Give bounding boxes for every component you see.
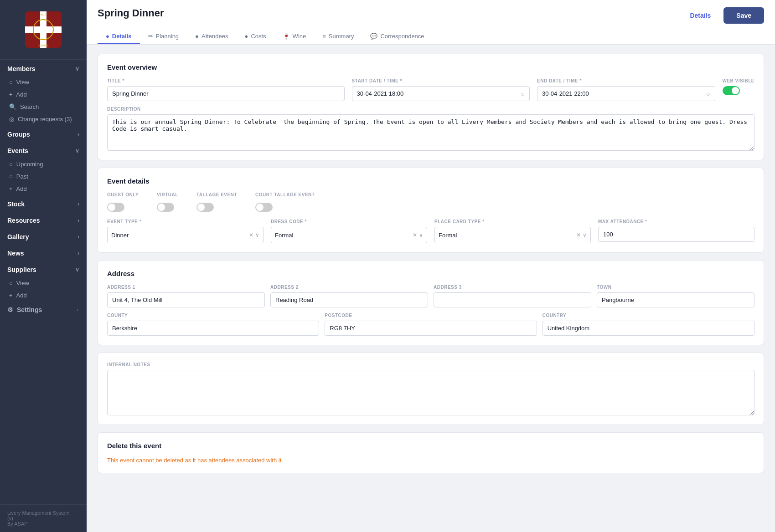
suppliers-view-icon: ○ [9, 280, 13, 286]
court-tallage-label: COURT TALLAGE EVENT [255, 192, 315, 197]
sidebar-section-resources[interactable]: Resources › [0, 211, 87, 228]
attendees-tab-icon: ● [195, 33, 199, 40]
place-card-chevron-icon[interactable]: ∨ [583, 232, 587, 238]
tab-planning[interactable]: ✏ Planning [140, 29, 187, 44]
chevron-right-icon-resources: › [78, 217, 79, 224]
chevron-right-icon: › [78, 131, 79, 138]
address2-input[interactable] [270, 292, 428, 307]
virtual-toggle[interactable] [157, 203, 174, 212]
event-type-clear-icon[interactable]: ✕ [249, 232, 253, 238]
details-tab-icon: ● [106, 33, 109, 40]
guest-only-label: GUEST ONLY [107, 192, 139, 197]
address-row-2: COUNTY POSTCODE COUNTRY [107, 313, 754, 336]
view-icon: ○ [9, 79, 13, 86]
chevron-down-icon-suppliers: ∨ [75, 266, 79, 273]
town-input[interactable] [597, 292, 754, 307]
add-event-icon: + [9, 185, 13, 192]
court-tallage-toggle[interactable] [255, 203, 273, 212]
tab-details[interactable]: ● Details [98, 29, 140, 44]
county-field: COUNTY [107, 313, 319, 336]
sidebar-item-members-add[interactable]: + Add [0, 88, 87, 101]
sidebar-section-news[interactable]: News › [0, 244, 87, 261]
sidebar-item-members-change-requests[interactable]: ◎ Change requests (3) [0, 113, 87, 125]
summary-tab-icon: ≡ [322, 33, 326, 40]
sidebar-item-suppliers-view[interactable]: ○ View [0, 277, 87, 289]
planning-tab-icon: ✏ [148, 33, 153, 40]
address-card: Address ADDRESS 1 ADDRESS 2 ADDRESS 3 TO… [98, 260, 764, 345]
save-button[interactable]: Save [723, 7, 764, 24]
sidebar-section-suppliers[interactable]: Suppliers ∨ [0, 261, 87, 277]
dress-code-chevron-icon[interactable]: ∨ [419, 232, 423, 238]
address1-input[interactable] [107, 292, 265, 307]
sidebar-section-events[interactable]: Events ∨ [0, 142, 87, 158]
place-card-type-label: PLACE CARD TYPE * [434, 219, 591, 224]
svg-text:DOMINE: DOMINE [38, 44, 49, 47]
start-date-input[interactable] [352, 87, 517, 101]
place-card-clear-icon[interactable]: ✕ [576, 232, 581, 238]
max-attendance-input[interactable] [598, 227, 754, 242]
sidebar-section-gallery[interactable]: Gallery › [0, 228, 87, 244]
tab-wine[interactable]: 🍷 Wine [274, 29, 315, 44]
max-attendance-label: MAX ATTENDANCE * [598, 219, 754, 224]
event-type-select[interactable]: Dinner ✕ ∨ [107, 227, 264, 243]
event-type-chevron-icon[interactable]: ∨ [255, 232, 259, 238]
sidebar-item-events-past[interactable]: ○ Past [0, 170, 87, 183]
tab-costs[interactable]: ● Costs [237, 29, 274, 44]
past-icon: ○ [9, 173, 13, 180]
tab-summary[interactable]: ≡ Summary [314, 29, 362, 44]
event-overview-title: Event overview [107, 63, 754, 71]
sidebar-item-events-add[interactable]: + Add [0, 183, 87, 195]
place-card-type-select[interactable]: Formal ✕ ∨ [434, 227, 591, 243]
address3-label: ADDRESS 3 [434, 285, 591, 290]
end-date-input[interactable] [537, 87, 702, 101]
dress-code-select[interactable]: Formal ✕ ∨ [271, 227, 427, 243]
address3-input[interactable] [434, 292, 591, 307]
chevron-down-icon-events: ∨ [75, 148, 79, 154]
web-visible-toggle[interactable] [723, 86, 740, 95]
postcode-field: POSTCODE [325, 313, 537, 336]
calendar-end-icon: ○ [702, 90, 714, 97]
sidebar-settings[interactable]: ⚙ Settings → [0, 302, 87, 318]
internal-notes-card: INTERNAL NOTES [98, 353, 764, 425]
guest-only-toggle[interactable] [107, 203, 124, 212]
search-icon: 🔍 [9, 103, 16, 110]
sidebar-item-suppliers-add[interactable]: + Add [0, 289, 87, 302]
address2-field: ADDRESS 2 [270, 285, 428, 307]
details-link[interactable]: Details [690, 12, 711, 19]
tab-attendees[interactable]: ● Attendees [187, 29, 236, 44]
sidebar-item-events-upcoming[interactable]: ○ Upcoming [0, 158, 87, 170]
end-date-field: ○ [537, 86, 715, 101]
country-input[interactable] [542, 321, 754, 336]
dress-code-clear-icon[interactable]: ✕ [413, 232, 417, 238]
sidebar-section-members[interactable]: Members ∨ [0, 60, 87, 76]
tab-correspondence[interactable]: 💬 Correspondence [362, 29, 432, 44]
main-content: Spring Dinner Details Save ● Details ✏ P… [87, 0, 775, 532]
content-area: Event overview TITLE * START DATE / TIME… [87, 45, 775, 532]
gear-icon: ⚙ [7, 306, 13, 313]
description-textarea[interactable]: This is our annual Spring Dinner: To Cel… [107, 114, 754, 151]
tallage-toggle[interactable] [196, 203, 214, 212]
county-input[interactable] [107, 321, 319, 336]
sidebar: DOMINE NOS Members ∨ ○ View + Add 🔍 Sear… [0, 0, 87, 532]
sidebar-footer: Livery Management System (v) By ASAP [0, 504, 87, 532]
sidebar-section-groups[interactable]: Groups › [0, 125, 87, 142]
virtual-label: VIRTUAL [157, 192, 178, 197]
address-row-1: ADDRESS 1 ADDRESS 2 ADDRESS 3 TOWN [107, 285, 754, 307]
chevron-down-icon: ∨ [75, 66, 79, 72]
sidebar-section-stock[interactable]: Stock › [0, 195, 87, 211]
internal-notes-textarea[interactable] [107, 370, 754, 415]
town-field: TOWN [597, 285, 754, 307]
postcode-input[interactable] [325, 321, 537, 336]
internal-notes-label: INTERNAL NOTES [107, 362, 754, 367]
svg-text:NOS: NOS [40, 13, 46, 16]
start-date-label: START DATE / TIME * [352, 78, 530, 83]
chevron-right-icon-stock: › [78, 201, 79, 207]
title-input[interactable] [107, 86, 345, 101]
sidebar-item-members-search[interactable]: 🔍 Search [0, 101, 87, 113]
sidebar-item-members-view[interactable]: ○ View [0, 76, 87, 88]
end-date-label: END DATE / TIME * [537, 78, 715, 83]
event-overview-card: Event overview TITLE * START DATE / TIME… [98, 54, 764, 160]
suppliers-add-icon: + [9, 292, 13, 299]
address2-label: ADDRESS 2 [270, 285, 428, 290]
tabs-bar: ● Details ✏ Planning ● Attendees ● Costs… [98, 29, 764, 44]
